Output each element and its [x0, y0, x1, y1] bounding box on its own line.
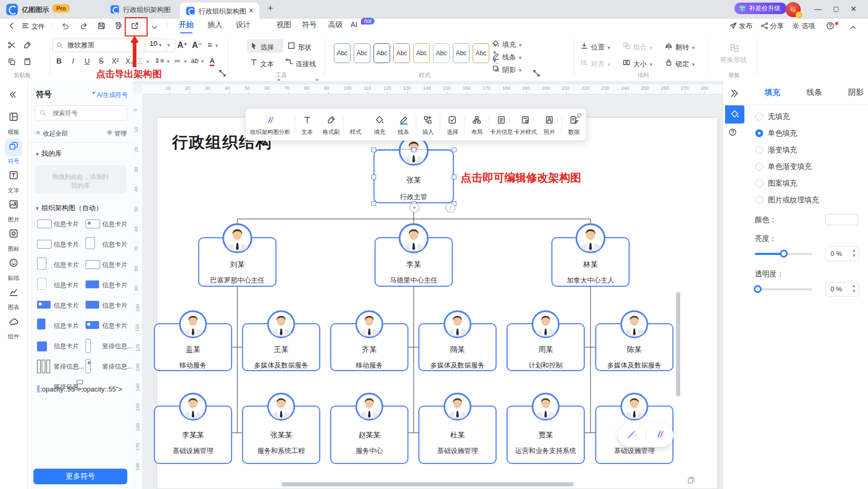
symbol-item[interactable]: 信息卡片 — [83, 276, 131, 294]
active-doc-tab[interactable]: 行政组织架构图 ✕ — [180, 3, 259, 19]
add-subordinate-icon[interactable]: + — [409, 203, 419, 213]
format-I-button[interactable]: I — [67, 57, 79, 65]
decrease-font-button[interactable]: A⁻ — [192, 40, 202, 50]
action-选项[interactable]: 选项 — [792, 21, 815, 31]
panel-tab-线条[interactable]: 线条 — [806, 88, 822, 97]
collapse-all-button[interactable]: 收起全部 — [35, 129, 68, 138]
selection-handle[interactable] — [412, 148, 416, 152]
option-无填充[interactable]: 无填充 — [768, 112, 790, 121]
stepper-icons[interactable]: ▲▼ — [852, 284, 856, 294]
format-S-button[interactable]: S — [95, 57, 107, 65]
ribbon-tab-视图[interactable]: 视图 — [276, 20, 291, 32]
toolbar-选择[interactable]: 选择 — [440, 112, 464, 137]
symbol-item[interactable]: 信息卡片 — [35, 276, 83, 294]
brightness-value-box[interactable]: 0 % ▲▼ — [825, 247, 859, 261]
menu-icon[interactable] — [21, 21, 31, 31]
format-X²-button[interactable]: X² — [110, 57, 121, 65]
toolbar-格式刷[interactable]: 格式刷 — [319, 112, 343, 137]
toolbar-卡片信息[interactable]: 卡片信息 — [489, 112, 513, 137]
radio-渐变填充[interactable] — [755, 146, 763, 154]
highlight-button[interactable]: ab ▼ — [191, 57, 205, 65]
ribbon-tab-设计[interactable]: 设计 — [236, 20, 250, 32]
radio-单色渐变填充[interactable] — [755, 163, 763, 170]
style-swatch-1[interactable]: Abc — [334, 43, 351, 63]
arrange-位置-button[interactable]: 位置 ▼ — [591, 43, 611, 52]
list-button[interactable]: ≔ ▼ — [174, 57, 188, 65]
style-swatch-5[interactable]: Abc — [413, 43, 430, 63]
toolbar-样式[interactable]: 样式 — [344, 112, 368, 137]
org-node-隋某[interactable]: 隋某多媒体及数据服务 — [418, 323, 497, 371]
style-swatch-4[interactable]: Abc — [393, 43, 410, 63]
radio-图案填充[interactable] — [755, 179, 763, 187]
collapse-right-panel-icon[interactable] — [729, 88, 740, 97]
opacity-slider[interactable] — [755, 288, 812, 290]
save-icon[interactable] — [97, 21, 107, 31]
ribbon-tab-符号[interactable]: 符号 — [302, 20, 317, 32]
shape-tool[interactable]: 形状 — [298, 43, 311, 52]
ai-logo-icon[interactable] — [655, 429, 665, 441]
fill-tool-active-icon[interactable] — [725, 105, 744, 124]
symbol-item[interactable]: 信息卡片 — [35, 256, 83, 274]
radio-无填充[interactable] — [755, 113, 763, 120]
chevron-down-icon[interactable]: ▼ — [166, 43, 171, 48]
canvas[interactable]: 1020304050607080901001101201301401501601… — [133, 81, 722, 489]
sidebar-item-图表[interactable]: 图表 — [0, 285, 27, 311]
option-单色渐变填充[interactable]: 单色渐变填充 — [768, 162, 812, 172]
cut-icon[interactable] — [7, 41, 18, 50]
symbol-item[interactable]: 信息卡片 — [35, 297, 83, 314]
ribbon-线条-button[interactable]: 线条 ▼ — [502, 53, 523, 62]
org-node-林某[interactable]: 林某加拿大中心主人 — [551, 237, 630, 287]
close-window-button[interactable]: ✕ — [846, 0, 861, 18]
new-tab-button[interactable]: + — [268, 3, 273, 14]
radio-单色填充[interactable] — [755, 129, 763, 137]
org-node-陈某[interactable]: 陈某多媒体及数据服务 — [595, 323, 673, 371]
symbol-item[interactable]: 信息卡片 — [83, 215, 131, 233]
chevron-down-icon[interactable] — [150, 23, 161, 32]
help-icon[interactable] — [826, 21, 836, 31]
stepper-icons[interactable]: ▲▼ — [852, 248, 856, 259]
color-swatch[interactable] — [825, 214, 858, 225]
magic-wand-icon[interactable] — [626, 429, 637, 441]
redo-icon[interactable] — [80, 21, 90, 31]
orgchart-section[interactable]: ▼ 组织架构图（自动） — [35, 203, 103, 213]
horizontal-scrollbar[interactable] — [282, 482, 574, 486]
file-menu[interactable]: 文件 — [31, 22, 45, 31]
more-symbols-button[interactable]: 更多符号 — [33, 469, 127, 484]
format-B-button[interactable]: B — [53, 57, 65, 65]
symbol-item[interactable]: 信息卡片 — [83, 297, 131, 314]
toolbar-填充[interactable]: 填充 — [368, 112, 392, 137]
print-icon[interactable] — [114, 21, 124, 31]
line-spacing-button[interactable]: ⇕≡ ▼ — [154, 57, 171, 65]
undo-icon[interactable] — [61, 21, 71, 31]
org-node-齐某[interactable]: 齐某移动服务 — [330, 323, 408, 371]
symbol-search-input[interactable] — [52, 109, 122, 117]
ribbon-tab-高级[interactable]: 高级 — [328, 20, 343, 32]
library-drop-zone[interactable]: 拖拽到此处，添加到 我的库 — [34, 165, 126, 193]
font-size-value[interactable] — [146, 39, 166, 48]
arrange-锁定-button[interactable]: 锁定 ▼ — [676, 59, 696, 69]
sidebar-item-贴纸[interactable]: 贴纸 — [0, 255, 27, 282]
action-发布[interactable]: 发布 — [729, 21, 753, 31]
symbol-item[interactable]: 信息卡片 — [83, 256, 131, 274]
style-swatch-6[interactable]: Abc — [433, 43, 450, 63]
arrange-组合-button[interactable]: 组合 ▼ — [633, 43, 654, 52]
option-图片或纹理填充[interactable]: 图片或纹理填充 — [768, 195, 819, 205]
selection-handle[interactable] — [371, 148, 376, 152]
org-node-张某[interactable]: 张某行政主管 — [373, 150, 454, 203]
ai-generate-link[interactable]: AI生成符号 — [90, 90, 128, 100]
org-node-李某某[interactable]: 李某某基础设施管理 — [154, 406, 232, 464]
org-node-刘某[interactable]: 刘某巴塞罗那中心主任 — [198, 237, 276, 287]
ribbon-tab-开始[interactable]: 开始 — [179, 20, 194, 32]
collapse-ribbon-icon[interactable] — [849, 23, 859, 32]
background-doc-tab[interactable]: 行政组织架构图 — [123, 5, 171, 15]
org-node-杜某[interactable]: 杜某基础设施管理 — [418, 406, 497, 464]
symbol-item[interactable]: 竖排信息... — [83, 358, 131, 375]
symbol-item[interactable]: 信息卡片 — [83, 236, 131, 253]
symbol-item[interactable]: 竖排信息... — [83, 337, 131, 355]
org-node-贾某[interactable]: 贾某运营和业务支持系统 — [507, 406, 585, 464]
minimize-button[interactable]: — — [810, 0, 826, 18]
collapse-panel-icon[interactable] — [8, 90, 19, 100]
option-图案填充[interactable]: 图案填充 — [768, 179, 797, 188]
ai-assistant-pill[interactable] — [618, 423, 673, 447]
selection-handle[interactable] — [371, 175, 376, 179]
